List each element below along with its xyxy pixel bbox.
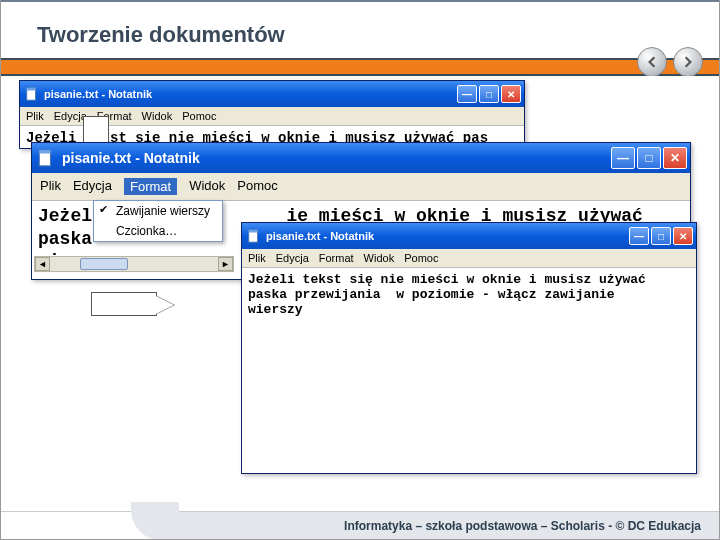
slide-footer: Informatyka – szkoła podstawowa – Schola…	[1, 511, 719, 539]
menu-format[interactable]: Format	[124, 178, 177, 195]
menu-bar[interactable]: Plik Edycja Format Widok Pomoc	[242, 249, 696, 268]
close-button[interactable]: ✕	[501, 85, 521, 103]
callout-arrow-right	[91, 292, 157, 316]
maximize-button[interactable]: □	[651, 227, 671, 245]
menu-widok[interactable]: Widok	[189, 178, 225, 195]
next-slide-button[interactable]	[673, 47, 703, 77]
menu-item-wrap[interactable]: Zawijanie wierszy	[94, 201, 222, 221]
close-button[interactable]: ✕	[663, 147, 687, 169]
menu-item-font[interactable]: Czcionka…	[94, 221, 222, 241]
menu-edycja[interactable]: Edycja	[54, 110, 87, 122]
titlebar[interactable]: pisanie.txt - Notatnik — □ ✕	[20, 81, 524, 107]
footer-text: Informatyka – szkoła podstawowa – Schola…	[344, 519, 701, 533]
minimize-button[interactable]: —	[629, 227, 649, 245]
slide-title: Tworzenie dokumentów	[1, 14, 719, 58]
menu-pomoc[interactable]: Pomoc	[182, 110, 216, 122]
svg-rect-3	[39, 150, 50, 153]
menu-edycja[interactable]: Edycja	[276, 252, 309, 264]
titlebar[interactable]: pisanie.txt - Notatnik — □ ✕	[32, 143, 690, 173]
text-area[interactable]: Jeżeli tekst się nie mieści w oknie i mu…	[242, 268, 696, 473]
menu-edycja[interactable]: Edycja	[73, 178, 112, 195]
svg-rect-5	[249, 230, 258, 233]
slide-content: pisanie.txt - Notatnik — □ ✕ Plik Edycja…	[1, 76, 719, 506]
minimize-button[interactable]: —	[457, 85, 477, 103]
notepad-icon	[247, 229, 261, 243]
minimize-button[interactable]: —	[611, 147, 635, 169]
menu-plik[interactable]: Plik	[248, 252, 266, 264]
menu-bar[interactable]: Plik Edycja Format Widok Pomoc	[32, 173, 690, 201]
accent-bar	[1, 58, 719, 76]
close-button[interactable]: ✕	[673, 227, 693, 245]
horizontal-scrollbar[interactable]: ◄ ►	[34, 256, 234, 272]
scroll-right-button[interactable]: ►	[218, 257, 233, 271]
titlebar[interactable]: pisanie.txt - Notatnik — □ ✕	[242, 223, 696, 249]
window-title: pisanie.txt - Notatnik	[266, 230, 374, 242]
prev-slide-button[interactable]	[637, 47, 667, 77]
window-title: pisanie.txt - Notatnik	[44, 88, 152, 100]
menu-widok[interactable]: Widok	[142, 110, 173, 122]
menu-format[interactable]: Format	[319, 252, 354, 264]
maximize-button[interactable]: □	[637, 147, 661, 169]
notepad-window-result: pisanie.txt - Notatnik — □ ✕ Plik Edycja…	[241, 222, 697, 474]
maximize-button[interactable]: □	[479, 85, 499, 103]
menu-pomoc[interactable]: Pomoc	[404, 252, 438, 264]
menu-plik[interactable]: Plik	[26, 110, 44, 122]
notepad-icon	[25, 87, 39, 101]
scroll-left-button[interactable]: ◄	[35, 257, 50, 271]
notepad-icon	[37, 149, 55, 167]
scroll-thumb[interactable]	[80, 258, 128, 270]
window-title: pisanie.txt - Notatnik	[62, 150, 200, 166]
menu-plik[interactable]: Plik	[40, 178, 61, 195]
format-menu-dropdown[interactable]: Zawijanie wierszy Czcionka…	[93, 200, 223, 242]
svg-rect-1	[27, 88, 36, 91]
menu-widok[interactable]: Widok	[364, 252, 395, 264]
menu-pomoc[interactable]: Pomoc	[237, 178, 277, 195]
